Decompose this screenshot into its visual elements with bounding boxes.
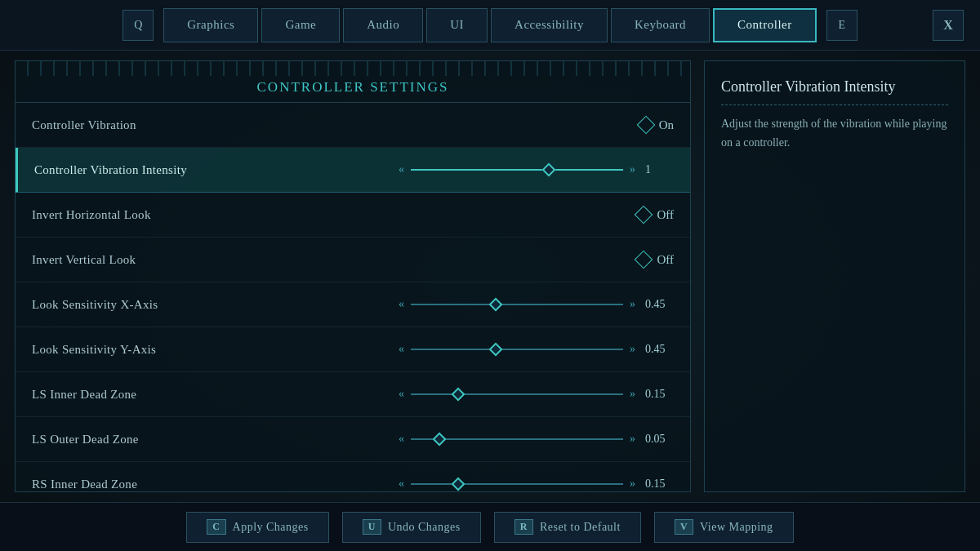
slider-right-arrow[interactable]	[630, 298, 635, 311]
tab-game[interactable]: Game	[261, 8, 340, 42]
apply-key-badge: C	[207, 519, 225, 535]
setting-row-controller-vibration-intensity[interactable]: Controller Vibration Intensity1	[16, 148, 690, 193]
tab-audio-label: Audio	[367, 18, 399, 32]
slider-track[interactable]	[411, 393, 623, 395]
main-content: Controller Settings Controller Vibration…	[0, 51, 980, 502]
info-panel: Controller Vibration Intensity Adjust th…	[704, 60, 965, 492]
setting-row-look-sensitivity-x[interactable]: Look Sensitivity X-Axis0.45	[16, 282, 690, 327]
undo-changes-button[interactable]: U Undo Changes	[342, 512, 481, 543]
tab-accessibility[interactable]: Accessibility	[491, 8, 608, 42]
apply-changes-button[interactable]: C Apply Changes	[186, 512, 328, 543]
slider-left-arrow[interactable]	[399, 298, 404, 311]
slider-number: 0.15	[645, 388, 674, 401]
info-description: Adjust the strength of the vibration whi…	[721, 115, 948, 152]
settings-list[interactable]: Controller VibrationOnController Vibrati…	[16, 103, 690, 491]
slider-right-arrow[interactable]	[630, 343, 635, 356]
setting-value-controller-vibration-intensity: 1	[399, 163, 674, 176]
setting-value-ls-inner-dead-zone: 0.15	[399, 388, 674, 401]
toggle-controller-vibration[interactable]: On	[639, 118, 674, 132]
setting-row-ls-inner-dead-zone[interactable]: LS Inner Dead Zone0.15	[16, 372, 690, 417]
right-key-label: E	[838, 19, 845, 32]
slider-thumb[interactable]	[489, 298, 503, 312]
setting-label-rs-inner-dead-zone: RS Inner Dead Zone	[32, 478, 399, 491]
reset-key-badge: R	[514, 519, 533, 535]
diamond-icon	[636, 116, 655, 135]
slider-controller-vibration-intensity[interactable]	[399, 163, 635, 176]
slider-ls-inner-dead-zone[interactable]	[399, 388, 635, 401]
slider-track[interactable]	[411, 169, 623, 171]
tab-audio[interactable]: Audio	[343, 8, 423, 42]
setting-label-controller-vibration: Controller Vibration	[32, 118, 639, 132]
apply-changes-label: Apply Changes	[233, 521, 309, 534]
toggle-value-text: Off	[657, 253, 674, 267]
slider-number: 0.15	[645, 478, 674, 491]
slider-thumb[interactable]	[451, 388, 465, 402]
bottom-bar: C Apply Changes U Undo Changes R Reset t…	[0, 502, 980, 551]
close-key-label: X	[943, 18, 953, 33]
slider-track[interactable]	[411, 304, 623, 305]
view-mapping-label: View Mapping	[700, 521, 773, 534]
close-button[interactable]: X	[933, 10, 964, 41]
toggle-value-text: Off	[657, 208, 674, 222]
setting-value-look-sensitivity-x: 0.45	[399, 298, 674, 311]
slider-look-sensitivity-y[interactable]	[399, 343, 635, 356]
slider-look-sensitivity-x[interactable]	[399, 298, 635, 311]
slider-rs-inner-dead-zone[interactable]	[399, 478, 635, 491]
slider-right-arrow[interactable]	[630, 478, 635, 491]
setting-value-controller-vibration: On	[639, 118, 674, 132]
slider-track[interactable]	[411, 483, 623, 485]
undo-key-badge: U	[363, 519, 381, 535]
diamond-icon	[635, 206, 653, 224]
tab-accessibility-label: Accessibility	[514, 18, 584, 32]
slider-number: 0.05	[645, 433, 674, 446]
toggle-invert-horizontal-look[interactable]: Off	[637, 208, 674, 222]
nav-left-btn[interactable]: Q	[122, 10, 154, 41]
setting-row-invert-horizontal-look[interactable]: Invert Horizontal LookOff	[16, 193, 690, 238]
tab-controller[interactable]: Controller	[713, 8, 817, 42]
setting-row-look-sensitivity-y[interactable]: Look Sensitivity Y-Axis0.45	[16, 327, 690, 372]
slider-thumb[interactable]	[489, 343, 503, 357]
slider-left-arrow[interactable]	[399, 163, 404, 176]
tab-controller-label: Controller	[737, 18, 792, 32]
toggle-invert-vertical-look[interactable]: Off	[637, 253, 674, 267]
slider-right-arrow[interactable]	[630, 163, 635, 176]
tab-keyboard-label: Keyboard	[635, 18, 686, 32]
slider-thumb[interactable]	[451, 478, 465, 491]
nav-right-btn[interactable]: E	[826, 10, 858, 41]
info-title: Controller Vibration Intensity	[721, 78, 948, 105]
slider-right-arrow[interactable]	[630, 433, 635, 446]
slider-left-arrow[interactable]	[399, 478, 404, 491]
setting-label-look-sensitivity-y: Look Sensitivity Y-Axis	[32, 343, 399, 357]
settings-panel: Controller Settings Controller Vibration…	[15, 60, 691, 492]
tab-graphics-label: Graphics	[187, 18, 234, 32]
slider-left-arrow[interactable]	[399, 343, 404, 356]
setting-row-invert-vertical-look[interactable]: Invert Vertical LookOff	[16, 238, 690, 282]
setting-row-rs-inner-dead-zone[interactable]: RS Inner Dead Zone0.15	[16, 462, 690, 491]
slider-left-arrow[interactable]	[399, 388, 404, 401]
setting-label-look-sensitivity-x: Look Sensitivity X-Axis	[32, 298, 399, 312]
slider-thumb[interactable]	[541, 163, 555, 177]
page-wrapper: Q Graphics Game Audio UI Accessibility K…	[0, 0, 980, 551]
tab-keyboard[interactable]: Keyboard	[611, 8, 710, 42]
slider-track[interactable]	[411, 349, 623, 350]
slider-thumb[interactable]	[432, 433, 446, 447]
slider-right-arrow[interactable]	[630, 388, 635, 401]
setting-row-controller-vibration[interactable]: Controller VibrationOn	[16, 103, 690, 148]
setting-value-invert-vertical-look: Off	[637, 253, 674, 267]
setting-row-ls-outer-dead-zone[interactable]: LS Outer Dead Zone0.05	[16, 417, 690, 462]
tab-ui[interactable]: UI	[426, 8, 488, 42]
left-key-label: Q	[134, 19, 142, 32]
tab-graphics[interactable]: Graphics	[163, 8, 258, 42]
setting-value-invert-horizontal-look: Off	[637, 208, 674, 222]
slider-ls-outer-dead-zone[interactable]	[399, 433, 635, 446]
setting-label-invert-horizontal-look: Invert Horizontal Look	[32, 208, 637, 222]
setting-value-rs-inner-dead-zone: 0.15	[399, 478, 674, 491]
setting-value-ls-outer-dead-zone: 0.05	[399, 433, 674, 446]
reset-to-default-button[interactable]: R Reset to Default	[494, 512, 641, 543]
setting-value-look-sensitivity-y: 0.45	[399, 343, 674, 356]
slider-left-arrow[interactable]	[399, 433, 404, 446]
slider-number: 1	[645, 163, 674, 176]
reset-to-default-label: Reset to Default	[540, 521, 621, 534]
slider-track[interactable]	[411, 438, 623, 440]
view-mapping-button[interactable]: V View Mapping	[654, 512, 794, 543]
